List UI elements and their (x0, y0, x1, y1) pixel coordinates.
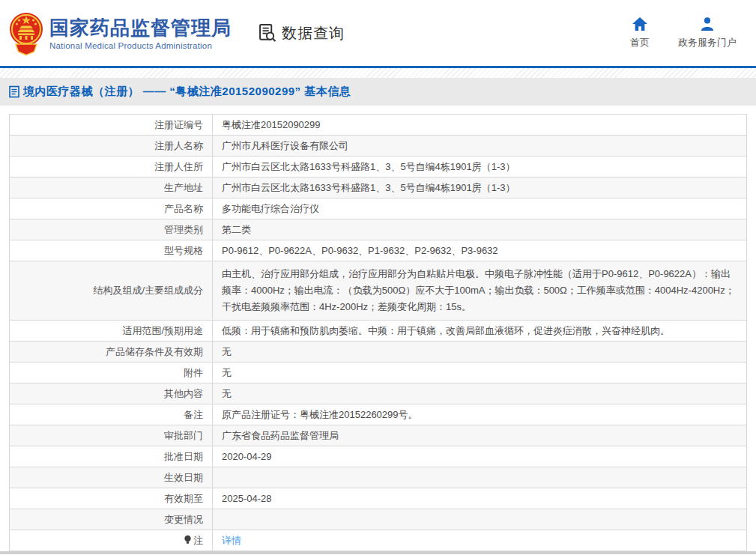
table-row: 其他内容无 (10, 383, 747, 404)
row-label: 有效期至 (10, 488, 213, 509)
site-subtitle: National Medical Products Administration (49, 41, 232, 50)
header: 国家药品监督管理局 National Medical Products Admi… (0, 0, 756, 66)
row-value (213, 467, 747, 488)
page-title: 境内医疗器械（注册） —— “粤械注准20152090299” 基本信息 (23, 85, 351, 99)
row-value: 由主机、治疗应用部分组成，治疗应用部分为自粘贴片电极。中频电子脉冲性能（适用于P… (213, 261, 747, 321)
table-row: 批准日期2020-04-29 (10, 446, 747, 467)
table-row: 生效日期 (10, 467, 747, 488)
row-value: P0-9612、P0-9622A、P0-9632、P1-9632、P2-9632… (213, 240, 747, 261)
table-row: 产品名称多功能电疗综合治疗仪 (10, 198, 747, 219)
note-icon (184, 535, 192, 545)
table-row: 生产地址广州市白云区北太路1633号科盛路1、3、5号自编4栋1901房（1-3… (10, 178, 747, 198)
nav-gov-portal[interactable]: 政务服务门户 (678, 16, 737, 49)
table-row: 型号规格P0-9612、P0-9622A、P0-9632、P1-9632、P2-… (10, 240, 747, 261)
site-title: 国家药品监督管理局 (49, 16, 232, 39)
row-label: 结构及组成/主要组成成分 (10, 261, 213, 321)
header-nav: 首页 政务服务门户 (630, 16, 756, 49)
table-row: 注 详情 (10, 530, 747, 551)
row-label: 注册人名称 (10, 136, 213, 157)
logo[interactable]: 国家药品监督管理局 National Medical Products Admi… (9, 10, 232, 56)
row-value: 无 (213, 383, 747, 404)
table-row: 变更情况 (10, 509, 747, 530)
row-value: 广州市白云区北太路1633号科盛路1、3、5号自编4栋1901房（1-3） (213, 157, 747, 178)
home-icon (632, 16, 648, 31)
row-value: 详情 (213, 530, 747, 551)
table-row: 管理类别第二类 (10, 219, 747, 240)
row-label: 批准日期 (10, 446, 213, 467)
footer-strip (0, 551, 756, 554)
table-row: 结构及组成/主要组成成分由主机、治疗应用部分组成，治疗应用部分为自粘贴片电极。中… (10, 261, 747, 321)
table-row: 有效期至2025-04-28 (10, 488, 747, 509)
national-emblem-icon (9, 10, 43, 56)
details-link[interactable]: 详情 (222, 535, 241, 546)
row-value: 广州市白云区北太路1633号科盛路1、3、5号自编4栋1901房（1-3） (213, 178, 747, 198)
row-value (213, 509, 747, 530)
row-value: 无 (213, 342, 747, 363)
row-label: 生产地址 (10, 178, 213, 198)
row-value: 第二类 (213, 219, 747, 240)
row-value: 2020-04-29 (213, 446, 747, 467)
row-label: 生效日期 (10, 467, 213, 488)
row-label: 型号规格 (10, 240, 213, 261)
row-value: 广东省食品药品监督管理局 (213, 425, 747, 446)
row-value: 粤械注准20152090299 (213, 115, 747, 136)
document-search-icon (257, 22, 278, 43)
row-label: 备注 (10, 404, 213, 425)
document-icon (9, 85, 20, 98)
data-query-label: 数据查询 (282, 23, 345, 43)
row-label: 产品储存条件及有效期 (10, 342, 213, 363)
table-row: 注册证编号粤械注准20152090299 (10, 115, 747, 136)
hatch-strip (0, 68, 756, 78)
data-query-button[interactable]: 数据查询 (257, 22, 345, 43)
row-label: 附件 (10, 363, 213, 383)
table-row: 产品储存条件及有效期无 (10, 342, 747, 363)
user-icon (699, 16, 716, 31)
row-label: 注册人住所 (10, 157, 213, 178)
row-label: 其他内容 (10, 383, 213, 404)
registration-info-table: 注册证编号粤械注准20152090299 注册人名称广州市凡科医疗设备有限公司 … (9, 114, 747, 551)
table-row: 注册人住所广州市白云区北太路1633号科盛路1、3、5号自编4栋1901房（1-… (10, 157, 747, 178)
row-value: 原产品注册证号：粤械注准20152260299号。 (213, 404, 747, 425)
row-value: 低频：用于镇痛和预防肌肉萎缩。中频：用于镇痛，改善局部血液循环，促进炎症消散，兴… (213, 321, 747, 342)
row-value: 无 (213, 363, 747, 383)
row-label: 适用范围/预期用途 (10, 321, 213, 342)
nav-home[interactable]: 首页 (630, 16, 650, 49)
table-row: 审批部门广东省食品药品监督管理局 (10, 425, 747, 446)
row-label: 注册证编号 (10, 115, 213, 136)
table-row: 注册人名称广州市凡科医疗设备有限公司 (10, 136, 747, 157)
row-value: 广州市凡科医疗设备有限公司 (213, 136, 747, 157)
row-label: 审批部门 (10, 425, 213, 446)
row-label: 注 (10, 530, 213, 551)
table-row: 适用范围/预期用途低频：用于镇痛和预防肌肉萎缩。中频：用于镇痛，改善局部血液循环… (10, 321, 747, 342)
row-value: 2025-04-28 (213, 488, 747, 509)
row-label: 管理类别 (10, 219, 213, 240)
table-row: 附件无 (10, 363, 747, 383)
row-label: 变更情况 (10, 509, 213, 530)
table-row: 备注原产品注册证号：粤械注准20152260299号。 (10, 404, 747, 425)
info-table-container: 注册证编号粤械注准20152090299 注册人名称广州市凡科医疗设备有限公司 … (9, 114, 747, 551)
row-value: 多功能电疗综合治疗仪 (213, 198, 747, 219)
row-label: 产品名称 (10, 198, 213, 219)
breadcrumb: 境内医疗器械（注册） —— “粤械注准20152090299” 基本信息 (0, 78, 756, 106)
